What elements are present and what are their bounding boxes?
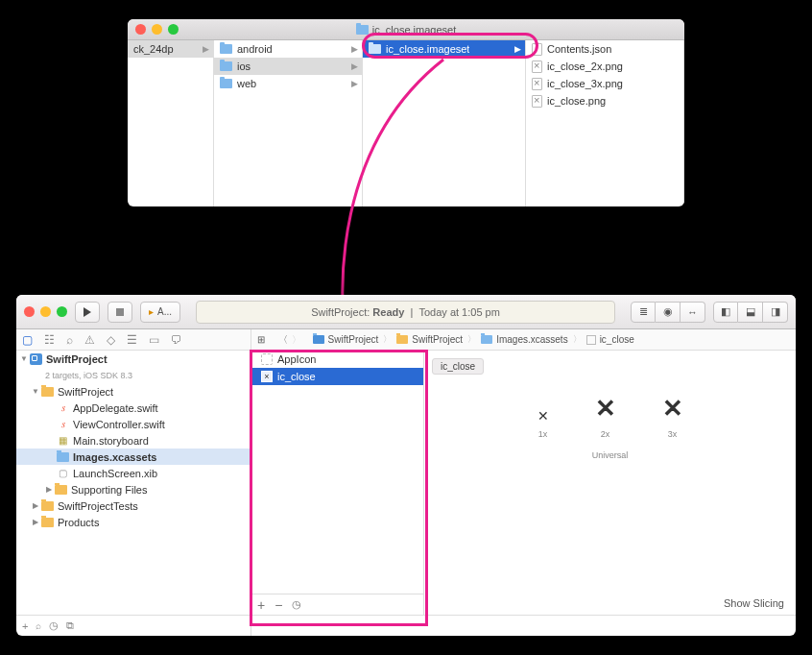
close-icon: ✕: [537, 408, 549, 424]
folder-label: ios: [237, 61, 251, 72]
asset-label: AppIcon: [277, 353, 316, 365]
file-row[interactable]: ic_close_3x.png: [526, 75, 683, 92]
toggle-debug-button[interactable]: ⬓: [738, 302, 763, 323]
jump-bar: ▢ ☷ ⌕ ⚠ ◇ ☰ ▭ 🗩 ⊞ 〈 〉 SwiftProject 〉 Swi…: [16, 329, 796, 351]
file-row[interactable]: LaunchScreen.xib: [16, 465, 251, 481]
project-navigator-tab[interactable]: ▢: [22, 333, 33, 347]
folder-icon: [55, 485, 67, 495]
add-asset-button[interactable]: +: [257, 597, 265, 613]
project-name: SwiftProject: [46, 353, 107, 365]
chevron-right-icon: ▶: [351, 44, 358, 54]
filter-icon[interactable]: ⌕: [36, 620, 41, 631]
group-row[interactable]: ▼ SwiftProject: [16, 383, 251, 400]
folder-row[interactable]: web ▶: [214, 75, 362, 92]
file-row[interactable]: ViewController.swift: [16, 416, 251, 432]
asset-name-crumb[interactable]: ic_close: [432, 358, 484, 375]
image-well-1x[interactable]: ✕ 1x: [537, 408, 549, 439]
png-file-icon: [532, 95, 542, 108]
xcode-toolbar: ▸ A... SwiftProject: Ready | Today at 1:…: [16, 295, 796, 329]
asset-list[interactable]: AppIcon × ic_close + − ◷: [251, 351, 424, 615]
folder-row[interactable]: ck_24dp ▶: [128, 40, 213, 58]
forward-button[interactable]: 〉: [292, 333, 301, 347]
file-row[interactable]: Main.storyboard: [16, 432, 251, 449]
add-button[interactable]: +: [22, 620, 28, 632]
toggle-navigator-button[interactable]: ◧: [713, 302, 738, 323]
image-well-3x[interactable]: ✕ 3x: [662, 394, 683, 439]
folder-icon: [41, 518, 54, 527]
show-slicing-button[interactable]: Show Slicing: [724, 597, 784, 609]
close-window-button[interactable]: [135, 24, 146, 35]
zoom-window-button[interactable]: [168, 24, 179, 35]
folder-icon: [369, 44, 381, 54]
project-root[interactable]: ▼ SwiftProject: [16, 351, 251, 367]
group-row[interactable]: ▶ SwiftProjectTests: [16, 497, 251, 514]
breakpoint-navigator-tab[interactable]: ▭: [149, 333, 159, 347]
recent-filter-icon[interactable]: ◷: [49, 619, 59, 632]
status-state: Ready: [372, 306, 404, 318]
asset-row[interactable]: AppIcon: [251, 351, 423, 368]
navigator-tabs[interactable]: ▢ ☷ ⌕ ⚠ ◇ ☰ ▭ 🗩: [16, 329, 251, 351]
group-row[interactable]: ▶ Supporting Files: [16, 481, 251, 497]
finder-titlebar[interactable]: ic_close.imageset: [128, 19, 684, 40]
folder-icon: [481, 335, 492, 344]
png-file-icon: [532, 61, 542, 73]
search-navigator-tab[interactable]: ⌕: [66, 333, 73, 347]
finder-column-0[interactable]: ck_24dp ▶: [128, 40, 214, 206]
symbol-navigator-tab[interactable]: ☷: [44, 333, 55, 347]
group-row[interactable]: ▶ Products: [16, 514, 251, 530]
file-label: ic_close_3x.png: [547, 78, 623, 89]
remove-asset-button[interactable]: −: [275, 597, 282, 613]
folder-label: ic_close.imageset: [386, 43, 469, 55]
project-subtitle: 2 targets, iOS SDK 8.3: [45, 371, 132, 380]
minimize-window-button[interactable]: [152, 24, 162, 35]
file-row[interactable]: ic_close.png: [526, 92, 683, 109]
related-items-icon[interactable]: ⊞: [257, 334, 265, 345]
folder-icon: [220, 79, 232, 88]
finder-title: ic_close.imageset: [372, 24, 456, 36]
minimize-window-button[interactable]: [40, 306, 51, 317]
toggle-utilities-button[interactable]: ◨: [763, 302, 788, 323]
file-row[interactable]: Contents.json: [526, 40, 683, 58]
asset-catalog-editor: AppIcon × ic_close + − ◷ ic_close: [251, 351, 796, 636]
breadcrumb[interactable]: SwiftProject 〉 SwiftProject 〉 Images.xca…: [307, 333, 640, 346]
debug-navigator-tab[interactable]: ☰: [127, 333, 137, 347]
panel-toggle-segment[interactable]: ◧ ⬓ ◨: [713, 302, 788, 323]
navigator-filter[interactable]: + ⌕ ◷ ⧉: [16, 615, 251, 636]
folder-icon: [356, 25, 369, 35]
close-window-button[interactable]: [24, 306, 35, 317]
project-navigator[interactable]: ▼ SwiftProject 2 targets, iOS SDK 8.3 ▼ …: [16, 351, 251, 636]
file-row[interactable]: ic_close_2x.png: [526, 58, 683, 75]
finder-column-2[interactable]: ic_close.imageset ▶: [363, 40, 526, 206]
report-navigator-tab[interactable]: 🗩: [171, 333, 182, 347]
back-button[interactable]: 〈: [278, 333, 288, 347]
file-row[interactable]: AppDelegate.swift: [16, 400, 251, 416]
file-label: ic_close_2x.png: [547, 61, 623, 72]
close-icon: ✕: [595, 394, 616, 424]
scheme-selector[interactable]: ▸ A...: [140, 302, 180, 323]
storyboard-file-icon: [57, 435, 69, 447]
run-button[interactable]: [75, 302, 100, 323]
finder-column-1[interactable]: android ▶ ios ▶ web ▶: [214, 40, 363, 206]
scheme-label: A...: [157, 306, 172, 317]
file-row-selected[interactable]: Images.xcassets: [16, 449, 251, 465]
scm-filter-icon[interactable]: ⧉: [66, 619, 74, 632]
folder-row[interactable]: ios ▶: [214, 58, 362, 75]
editor-mode-segment[interactable]: ≣ ◉ ↔: [631, 302, 705, 323]
folder-icon: [41, 501, 54, 511]
swift-file-icon: [57, 402, 69, 414]
zoom-window-button[interactable]: [57, 306, 67, 317]
chevron-right-icon: ▶: [203, 44, 209, 54]
asset-row-selected[interactable]: × ic_close: [251, 368, 423, 385]
stop-button[interactable]: [107, 302, 132, 323]
folder-row[interactable]: android ▶: [214, 40, 362, 58]
image-well-2x[interactable]: ✕ 2x: [595, 394, 616, 439]
filter-asset-button[interactable]: ◷: [292, 598, 301, 611]
issue-navigator-tab[interactable]: ⚠: [84, 333, 95, 347]
standard-editor-button[interactable]: ≣: [631, 302, 656, 323]
version-editor-button[interactable]: ↔: [681, 302, 705, 323]
assistant-editor-button[interactable]: ◉: [656, 302, 681, 323]
finder-column-3[interactable]: Contents.json ic_close_2x.png ic_close_3…: [526, 40, 684, 206]
test-navigator-tab[interactable]: ◇: [107, 333, 115, 347]
folder-row-selected[interactable]: ic_close.imageset ▶: [363, 40, 525, 58]
folder-icon: [220, 44, 232, 54]
